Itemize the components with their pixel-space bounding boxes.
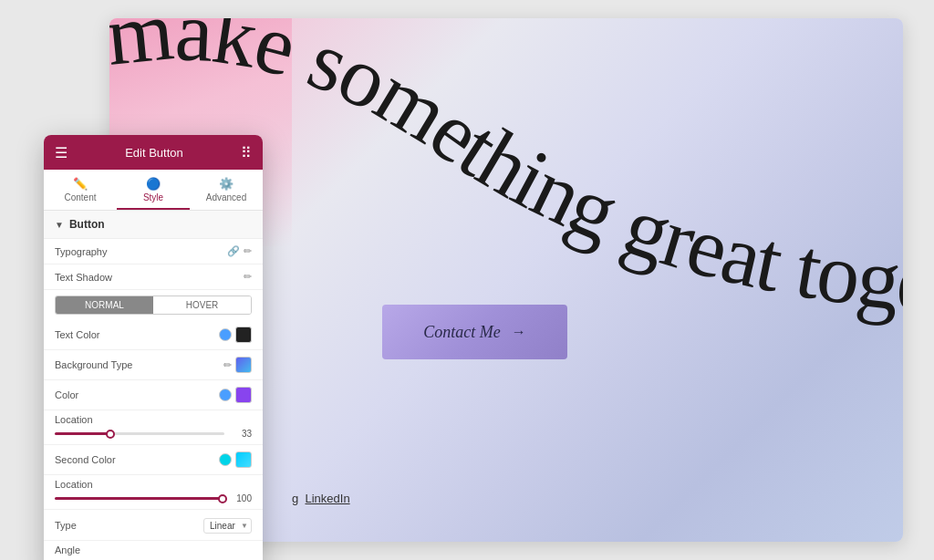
second-color-controls (219, 451, 252, 468)
contact-me-label: Contact Me (423, 323, 500, 342)
menu-icon[interactable]: ☰ (55, 144, 67, 161)
section-title: Button (69, 218, 105, 231)
text-shadow-row: Text Shadow ✏ (44, 264, 263, 290)
hover-toggle-btn[interactable]: HOVER (153, 296, 251, 314)
location1-slider-thumb[interactable] (106, 430, 115, 439)
type-label: Type (55, 520, 203, 531)
text-color-dot[interactable] (219, 328, 232, 341)
bg-type-row: Background Type ✏ (44, 350, 263, 380)
content-tab-icon: ✏️ (73, 177, 88, 191)
bg-type-swatch[interactable] (235, 357, 252, 373)
type-select[interactable]: Linear Radial (203, 518, 252, 534)
location1-label: Location (55, 414, 252, 425)
location1-value: 33 (232, 429, 252, 439)
typography-link-icon[interactable]: 🔗 (227, 245, 240, 257)
typography-edit-icon[interactable]: ✏ (244, 245, 252, 257)
section-header: ▼ Button (44, 211, 263, 239)
bg-type-edit-icon[interactable]: ✏ (223, 359, 232, 371)
text-shadow-label: Text Shadow (55, 272, 244, 283)
color-swatch[interactable] (235, 387, 252, 403)
text-shadow-edit-icon[interactable]: ✏ (244, 271, 252, 283)
angle-label: Angle (55, 544, 252, 555)
linkedin-area: g LinkedIn (292, 492, 350, 505)
typography-row: Typography 🔗 ✏ (44, 239, 263, 264)
panel-title: Edit Button (67, 146, 241, 160)
typography-label: Typography (55, 246, 227, 257)
tab-content[interactable]: ✏️ Content (44, 170, 117, 210)
typography-controls: 🔗 ✏ (227, 245, 252, 257)
section-collapse-icon[interactable]: ▼ (55, 220, 64, 230)
type-controls: Linear Radial ▼ (203, 516, 252, 534)
second-color-swatch[interactable] (235, 451, 252, 468)
linkedin-prefix: g (292, 492, 302, 505)
normal-hover-toggle: NORMAL HOVER (55, 296, 252, 315)
type-row: Type Linear Radial ▼ (44, 510, 263, 541)
color-row: Color (44, 380, 263, 410)
angle-row: Angle 100 (44, 541, 263, 560)
bg-type-label: Background Type (55, 359, 223, 370)
tab-advanced-label: Advanced (206, 192, 246, 202)
location2-row: Location 100 (44, 475, 263, 510)
location2-value: 100 (232, 493, 252, 503)
second-color-label: Second Color (55, 454, 219, 465)
location1-slider-track[interactable] (55, 432, 224, 435)
panel-header: ☰ Edit Button ⠿ (44, 135, 263, 170)
location2-slider-thumb[interactable] (218, 494, 227, 503)
type-select-wrapper: Linear Radial ▼ (203, 516, 252, 534)
bg-type-controls: ✏ (223, 357, 252, 373)
advanced-tab-icon: ⚙️ (219, 177, 234, 191)
tab-advanced[interactable]: ⚙️ Advanced (190, 170, 263, 210)
style-tab-icon: 🔵 (146, 177, 161, 191)
text-color-swatch[interactable] (235, 327, 252, 343)
color-label: Color (55, 389, 219, 400)
second-color-dot[interactable] (219, 453, 232, 466)
tab-content-label: Content (64, 192, 96, 202)
text-color-label: Text Color (55, 329, 219, 340)
edit-panel: ☰ Edit Button ⠿ ✏️ Content 🔵 Style ⚙️ Ad… (44, 135, 263, 560)
text-shadow-controls: ✏ (244, 271, 252, 283)
second-color-row: Second Color (44, 445, 263, 475)
location1-row: Location 33 (44, 410, 263, 445)
location2-slider-track[interactable] (55, 497, 224, 500)
panel-tabs: ✏️ Content 🔵 Style ⚙️ Advanced (44, 170, 263, 211)
normal-toggle-btn[interactable]: NORMAL (56, 296, 153, 314)
location2-slider-container: 100 (55, 493, 252, 503)
text-color-row: Text Color (44, 320, 263, 350)
arrow-icon: → (512, 324, 526, 340)
linkedin-link[interactable]: LinkedIn (305, 492, 349, 505)
contact-me-button[interactable]: Contact Me → (382, 305, 567, 359)
location1-slider-container: 33 (55, 429, 252, 439)
tab-style[interactable]: 🔵 Style (117, 170, 190, 210)
color-dot[interactable] (219, 389, 232, 401)
color-controls (219, 387, 252, 403)
tab-style-label: Style (143, 192, 163, 202)
text-color-controls (219, 327, 252, 343)
location2-label: Location (55, 479, 252, 490)
grid-icon[interactable]: ⠿ (241, 144, 252, 161)
panel-body: ▼ Button Typography 🔗 ✏ Text Shadow ✏ NO… (44, 211, 263, 560)
